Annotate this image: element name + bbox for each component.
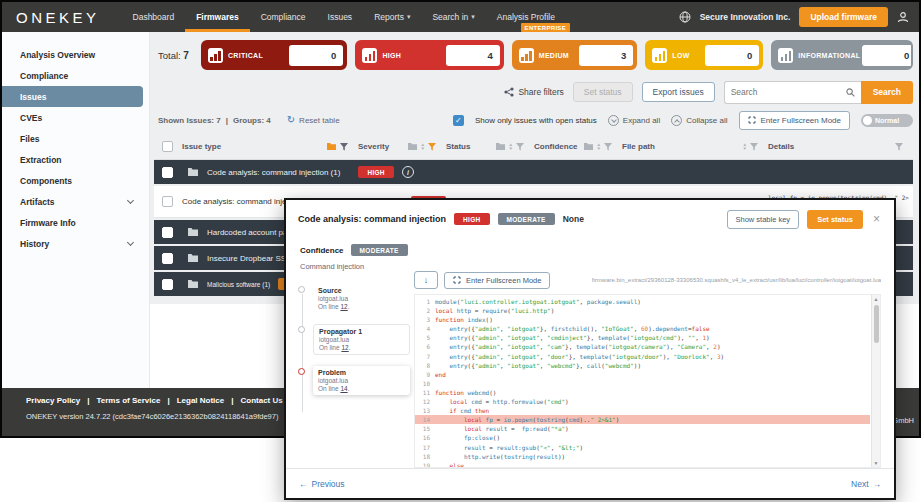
scroll-down-icon[interactable]: ▼ — [872, 460, 880, 466]
search-button[interactable]: Search — [861, 81, 913, 104]
previous-issue-link[interactable]: ←Previous — [299, 479, 345, 489]
next-issue-link[interactable]: Next→ — [851, 479, 881, 489]
scroll-up-icon[interactable]: ▲ — [872, 296, 880, 302]
open-status-checkbox[interactable]: ✓ — [453, 115, 464, 126]
sidebar-item-history[interactable]: History — [2, 233, 143, 254]
scrollbar[interactable]: ▲ ▼ — [871, 295, 880, 467]
nav-analysis-profile[interactable]: Analysis Profile ENTERPRISE — [486, 2, 566, 32]
select-all — [154, 141, 182, 152]
line-link[interactable]: 12 — [340, 303, 347, 310]
col-severity[interactable]: Severity ▲▼ — [358, 142, 446, 151]
info-icon[interactable]: i — [402, 166, 414, 178]
sidebar-item-files[interactable]: Files — [2, 128, 143, 149]
nav-issues[interactable]: Issues — [317, 2, 364, 32]
user-icon[interactable] — [897, 11, 909, 23]
footer-link-privacy[interactable]: Privacy Policy — [26, 396, 80, 405]
col-issue-type[interactable]: Issue type — [182, 142, 358, 151]
severity-card-critical[interactable]: CRITICAL 0 — [201, 40, 347, 70]
sidebar-item-artifacts[interactable]: Artifacts — [2, 191, 143, 212]
organization-name[interactable]: Secure Innovation Inc. — [700, 12, 791, 22]
sidebar-item-compliance[interactable]: Compliance — [2, 65, 143, 86]
search-input[interactable] — [724, 81, 862, 104]
folder-icon — [187, 279, 199, 289]
set-status-button[interactable]: Set status — [573, 82, 633, 102]
trace-step-problem[interactable]: Problem iotgoat.lua On line 14. → — [298, 366, 410, 395]
severity-card-low[interactable]: LOW 0 — [645, 40, 763, 70]
close-icon[interactable]: × — [871, 212, 882, 226]
code-fullscreen-button[interactable]: Enter Fullscreen Mode — [444, 272, 550, 289]
footer-link-terms[interactable]: Terms of Service — [97, 396, 161, 405]
collapse-all-button[interactable]: Collapse all — [671, 115, 727, 126]
sidebar-item-cves[interactable]: CVEs — [2, 107, 143, 128]
col-file-path[interactable]: File path ▲▼ — [622, 142, 768, 151]
table-actions: Share filters Set status Export issues S… — [504, 80, 913, 104]
filter-icon[interactable] — [895, 143, 903, 151]
footer-link-contact[interactable]: Contact Us — [240, 396, 282, 405]
folder-icon[interactable] — [583, 142, 594, 151]
footer-link-legal[interactable]: Legal Notice — [177, 396, 225, 405]
sort-icon[interactable]: ▲▼ — [509, 143, 513, 151]
sidebar-item-components[interactable]: Components — [2, 170, 143, 191]
upload-firmware-button[interactable]: Upload firmware — [799, 7, 888, 27]
total-count: Total: 7 — [158, 50, 189, 61]
fullscreen-mode-button[interactable]: Enter Fullscreen Mode — [739, 111, 850, 130]
filter-icon[interactable] — [428, 143, 436, 151]
medium-count: 3 — [579, 45, 633, 66]
folder-icon[interactable] — [495, 142, 506, 151]
export-issues-button[interactable]: Export issues — [642, 82, 715, 102]
expand-all-button[interactable]: Expand all — [608, 115, 660, 126]
filter-icon[interactable] — [516, 143, 524, 151]
trace-step-source[interactable]: Source iotgoat.lua On line 12. — [298, 284, 410, 313]
nav-search-in[interactable]: Search in▾ — [421, 2, 485, 32]
line-link[interactable]: 14 — [340, 385, 347, 392]
code-line: 16 fp:close() — [415, 433, 870, 442]
sort-icon[interactable]: ▲▼ — [421, 143, 425, 151]
set-status-button[interactable]: Set status — [807, 210, 863, 229]
trace-step-propagator[interactable]: Propagator 1 iotgoat.lua On line 12. — [298, 324, 410, 355]
folder-icon[interactable] — [407, 142, 418, 151]
sidebar-item-issues[interactable]: Issues — [2, 86, 143, 107]
filter-icon[interactable] — [340, 143, 348, 151]
sidebar-item-analysis-overview[interactable]: Analysis Overview — [2, 44, 143, 65]
high-count: 4 — [446, 45, 500, 66]
sort-icon[interactable]: ▲▼ — [743, 143, 747, 151]
sort-icon[interactable]: ▲▼ — [597, 143, 601, 151]
severity-card-medium[interactable]: MEDIUM 3 — [512, 40, 638, 70]
line-link[interactable]: 12 — [341, 344, 348, 351]
severity-badge: HIGH — [454, 213, 489, 225]
reset-icon: ↻ — [287, 116, 295, 124]
row-checkbox[interactable] — [162, 167, 173, 178]
nav-reports[interactable]: Reports▾ — [363, 2, 421, 32]
severity-card-informational[interactable]: INFORMATIONAL 0 — [771, 40, 913, 70]
onekey-logo[interactable]: ONEKEY — [16, 9, 100, 26]
severity-card-high[interactable]: HIGH 4 — [355, 40, 503, 70]
reset-table-button[interactable]: ↻ Reset table — [287, 116, 340, 125]
row-checkbox[interactable] — [162, 196, 173, 207]
filter-icon[interactable] — [604, 143, 612, 151]
select-all-checkbox[interactable] — [162, 141, 173, 152]
col-details[interactable]: Details — [768, 142, 913, 151]
folder-icon[interactable] — [326, 142, 337, 151]
sidebar-item-extraction[interactable]: Extraction — [2, 149, 143, 170]
row-checkbox[interactable] — [162, 279, 173, 290]
share-filters-button[interactable]: Share filters — [504, 87, 563, 97]
nav-dashboard[interactable]: Dashboard — [122, 2, 186, 32]
informational-count: 0 — [862, 45, 913, 66]
nav-compliance[interactable]: Compliance — [250, 2, 317, 32]
show-stable-key-button[interactable]: Show stable key — [727, 210, 800, 229]
group-row-command-injection[interactable]: Code analysis: command injection (1) HIG… — [154, 160, 913, 186]
modal-footer: ←Previous Next→ — [286, 468, 894, 498]
nav-firmwares[interactable]: Firmwares — [185, 2, 250, 32]
code-line: 4 entry({"admin", "iotgoat"}, firstchild… — [415, 324, 870, 333]
code-line: 15 local result = fp:read("*a") — [415, 424, 870, 433]
caret-down-icon: ▾ — [407, 13, 411, 21]
sidebar-item-firmware-info[interactable]: Firmware Info — [2, 212, 143, 233]
filter-icon[interactable] — [750, 143, 758, 151]
row-checkbox[interactable] — [162, 253, 173, 264]
scroll-thumb[interactable] — [874, 305, 879, 343]
download-file-button[interactable]: ↓ — [414, 271, 438, 289]
row-checkbox[interactable] — [162, 227, 173, 238]
col-status[interactable]: Status ▲▼ — [446, 142, 534, 151]
normal-mode-toggle[interactable]: Normal — [861, 114, 913, 127]
col-confidence[interactable]: Confidence ▲▼ — [534, 142, 622, 151]
